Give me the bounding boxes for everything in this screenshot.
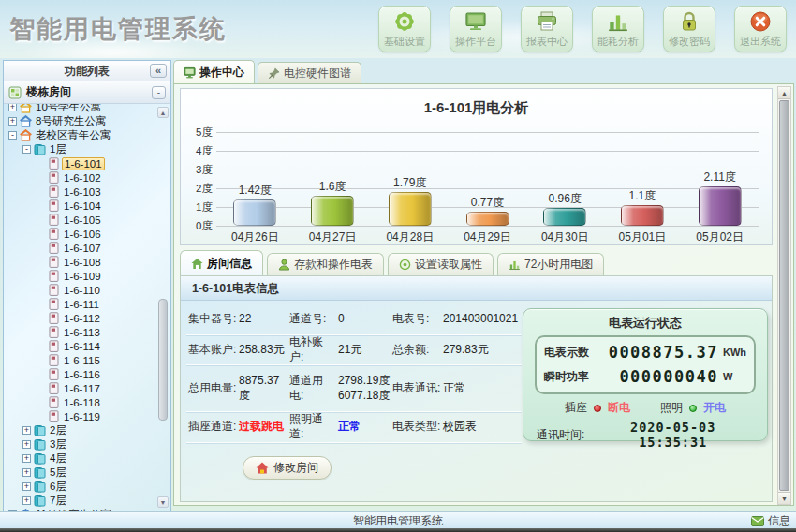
footer-info-button[interactable]: 信息 xyxy=(751,512,790,529)
scroll-down-icon[interactable]: ▼ xyxy=(157,496,169,508)
light-status: 开电 xyxy=(703,400,726,416)
tree-item[interactable]: 1-6-112 xyxy=(4,311,170,325)
tree-item-label: 2层 xyxy=(48,423,68,437)
toolbar-button-energy-analysis[interactable]: 能耗分析 xyxy=(592,6,644,52)
tree-item[interactable]: -老校区青年公寓 xyxy=(4,128,170,142)
table-row: 插座通道:过载跳电照明通道:正常电表类型:校园表 xyxy=(186,412,522,443)
tree-item[interactable]: 1-6-108 xyxy=(4,255,170,269)
expand-icon[interactable]: + xyxy=(22,440,31,449)
tree-item[interactable]: +5层 xyxy=(4,466,170,480)
exit-icon xyxy=(749,10,772,33)
tree-item[interactable]: 1-6-116 xyxy=(4,367,170,381)
expand-icon[interactable]: + xyxy=(22,468,31,477)
tree-item[interactable]: 1-6-101 xyxy=(4,156,170,170)
y-tick-label: 3度 xyxy=(186,163,213,177)
tree-item[interactable]: 1-6-115 xyxy=(4,353,170,367)
tree-item[interactable]: 1-6-113 xyxy=(4,325,170,339)
tree-item[interactable]: 1-6-107 xyxy=(4,241,170,255)
tree-item[interactable]: 1-6-110 xyxy=(4,283,170,297)
toolbar-button-change-password[interactable]: 修改密码 xyxy=(663,6,715,52)
field-label: 通道号: xyxy=(287,304,336,334)
comm-time-label: 通讯时间: xyxy=(537,427,584,443)
tree-item[interactable]: 1-6-114 xyxy=(4,339,170,353)
lcd-row-label: 电表示数 xyxy=(544,345,595,361)
tree-item[interactable]: 1-6-111 xyxy=(4,297,170,311)
expand-icon[interactable]: + xyxy=(22,496,31,505)
tree-item[interactable]: 1-6-102 xyxy=(4,170,170,185)
floor-icon xyxy=(34,424,46,436)
x-tick-label: 04月30日 xyxy=(526,229,604,245)
barchart-icon xyxy=(509,259,521,271)
tree-item[interactable]: 1-6-105 xyxy=(4,213,170,227)
tree-item[interactable]: 1-6-118 xyxy=(4,395,170,409)
expand-icon[interactable]: + xyxy=(22,454,31,463)
tree-item-label: 1-6-114 xyxy=(62,341,102,352)
tree-item[interactable]: +4层 xyxy=(4,451,170,466)
y-tick-label: 5度 xyxy=(186,126,213,140)
tree-item-label: 1-6-104 xyxy=(62,200,103,212)
tree-item[interactable]: +2层 xyxy=(4,423,170,437)
house-blue-icon xyxy=(20,115,32,127)
floor-icon xyxy=(34,438,46,451)
field-value: 21元 xyxy=(336,335,391,364)
tab-label: 设置读取属性 xyxy=(415,257,482,273)
collapse-icon[interactable]: - xyxy=(8,131,17,140)
main-scrollbar[interactable]: ▲ ▼ xyxy=(777,86,791,505)
tree-item[interactable]: 1-6-117 xyxy=(4,381,170,395)
expand-icon[interactable]: + xyxy=(8,117,17,126)
tree-item[interactable]: 1-6-106 xyxy=(4,227,170,241)
lcd-row-unit: W xyxy=(718,371,746,382)
toolbar-button-operation-platform[interactable]: 操作平台 xyxy=(450,6,502,52)
tree-item-label: 1层 xyxy=(48,142,68,156)
tree-item[interactable]: 1-6-103 xyxy=(4,185,170,199)
tab-room-info[interactable]: 房间信息 xyxy=(180,250,263,275)
lcd-row: 电表示数0008875.37KWh xyxy=(544,340,746,364)
field-value: 22 xyxy=(237,304,287,334)
collapse-sidebar-button[interactable]: « xyxy=(150,64,167,78)
scrollbar-thumb[interactable] xyxy=(158,299,168,421)
expand-icon[interactable]: + xyxy=(8,104,17,111)
collapse-icon[interactable]: - xyxy=(22,145,31,154)
field-label: 插座通道: xyxy=(186,412,237,442)
meter-table: 集中器号:22通道号:0电表号:201403001021基本账户:258.83元… xyxy=(186,304,522,443)
floor-icon xyxy=(34,452,46,465)
scrollbar-thumb[interactable] xyxy=(779,100,789,491)
tree-item[interactable]: +6层 xyxy=(4,480,170,494)
toolbar-button-exit-system[interactable]: 退出系统 xyxy=(734,6,787,52)
tree-item[interactable]: +10号学生公寓 xyxy=(4,104,170,114)
room-icon xyxy=(48,270,60,282)
expand-icon[interactable]: + xyxy=(22,426,31,435)
field-label: 照明通道: xyxy=(287,412,336,442)
table-row: 总用电量:8875.37度通道用电:2798.19度6077.18度电表通讯:正… xyxy=(186,365,522,412)
house-red-icon xyxy=(256,462,269,474)
tree-item[interactable]: +3层 xyxy=(4,437,170,451)
tab-deposit-operate-meter[interactable]: 存款和操作电表 xyxy=(267,253,384,275)
toolbar-button-report-center[interactable]: 报表中心 xyxy=(521,6,573,52)
scroll-up-icon[interactable]: ▲ xyxy=(778,87,790,99)
bar xyxy=(466,212,509,226)
tab-set-read-attrs[interactable]: 设置读取属性 xyxy=(388,253,494,275)
sidebar-section-buildings[interactable]: 楼栋房间 - xyxy=(4,81,170,104)
tree-item[interactable]: +8号研究生公寓 xyxy=(4,114,170,128)
section-collapse-icon[interactable]: - xyxy=(152,86,166,99)
target-icon xyxy=(399,259,411,271)
tab-hardware-map[interactable]: 电控硬件图谱 xyxy=(258,62,361,83)
room-icon xyxy=(48,312,60,324)
expand-icon[interactable]: + xyxy=(22,482,31,491)
toolbar-button-basic-settings[interactable]: 基础设置 xyxy=(378,6,431,52)
tree-item[interactable]: 1-6-109 xyxy=(4,269,170,283)
tab-usage-72h-chart[interactable]: 72小时用电图 xyxy=(497,253,604,275)
meter-status-panel: 电表运行状态 电表示数0008875.37KWh瞬时功率000000040W 插… xyxy=(523,308,768,441)
tree-item-label: 1-6-118 xyxy=(62,397,102,408)
scroll-up-icon[interactable]: ▲ xyxy=(157,107,169,118)
modify-room-button[interactable]: 修改房间 xyxy=(243,456,332,480)
tree-item[interactable]: 1-6-104 xyxy=(4,199,170,213)
tree-item[interactable]: -1层 xyxy=(4,142,170,156)
monitor-icon xyxy=(464,10,487,33)
scroll-down-icon[interactable]: ▼ xyxy=(778,492,790,504)
sidebar-scrollbar[interactable]: ▲ ▼ xyxy=(156,105,170,510)
tab-operation-center[interactable]: 操作中心 xyxy=(173,60,255,83)
tree-item[interactable]: 1-6-119 xyxy=(4,409,170,423)
tree-item[interactable]: +7层 xyxy=(4,494,170,508)
field-label: 电表号: xyxy=(391,304,441,334)
